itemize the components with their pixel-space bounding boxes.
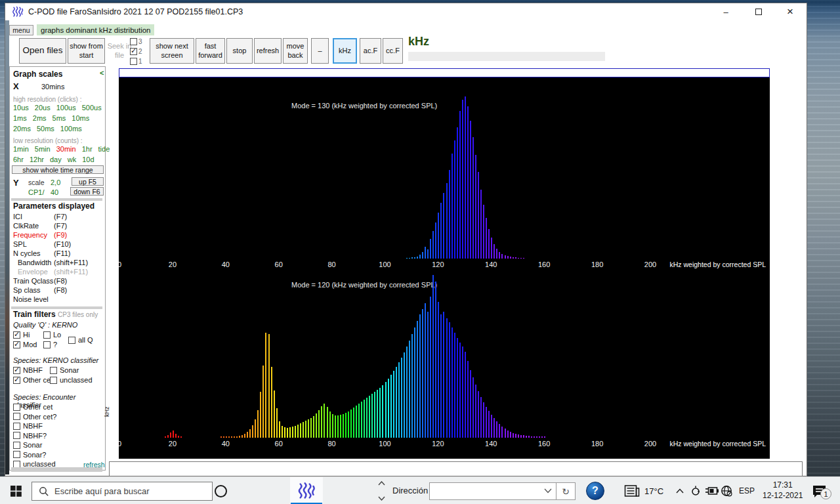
- minimize-trace-button[interactable]: –: [311, 38, 329, 64]
- scale-link[interactable]: wk: [68, 156, 76, 166]
- weather-temperature[interactable]: 17°C: [644, 477, 663, 504]
- cortana-icon[interactable]: [215, 485, 227, 497]
- toolbar-expand-chevrons[interactable]: [377, 481, 386, 501]
- scale-link[interactable]: 100us: [56, 104, 76, 114]
- quality-item[interactable]: all Q: [68, 336, 93, 344]
- quality-item[interactable]: Lo: [43, 331, 61, 339]
- kerno-checkbox[interactable]: [50, 367, 57, 374]
- quality-item[interactable]: Hi: [13, 331, 30, 339]
- screen-checkbox[interactable]: [130, 58, 137, 65]
- open-files-button[interactable]: Open files: [19, 38, 66, 64]
- scale-link[interactable]: 10d: [82, 156, 94, 166]
- parameter-row[interactable]: ClkRate(F7): [13, 222, 104, 231]
- scale-link[interactable]: 10ms: [72, 114, 89, 125]
- parameter-row[interactable]: Sp class(F8): [13, 286, 104, 295]
- scale-link[interactable]: 5min: [35, 145, 51, 156]
- encounter-item[interactable]: Sonar: [13, 440, 104, 450]
- scale-link[interactable]: 500us: [82, 104, 102, 114]
- encounter-item[interactable]: NBHF: [13, 421, 104, 430]
- taskbar-clock[interactable]: 17:31 12-12-2021: [763, 477, 803, 504]
- scale-link[interactable]: 100ms: [60, 125, 82, 135]
- scale-link[interactable]: tide: [98, 145, 110, 156]
- quality-checkbox[interactable]: [68, 337, 75, 344]
- scale-link[interactable]: 50ms: [37, 125, 54, 135]
- scale-link[interactable]: 1hr: [82, 145, 93, 156]
- scale-link[interactable]: 5ms: [52, 114, 66, 125]
- start-button[interactable]: [0, 477, 32, 504]
- kerno-item[interactable]: unclassed: [50, 376, 93, 384]
- maximize-button[interactable]: [744, 3, 774, 20]
- kerno-checkboxes[interactable]: NBHFSonarOther cetunclassed: [13, 366, 104, 386]
- encounter-checkbox[interactable]: [13, 432, 20, 439]
- screen-select-checkboxes[interactable]: 321: [130, 37, 150, 66]
- acf-button[interactable]: ac.F: [360, 38, 381, 64]
- kerno-item[interactable]: Other cet: [13, 376, 52, 384]
- khz-mode-button[interactable]: kHz: [333, 38, 357, 64]
- scale-link[interactable]: 6hr: [13, 156, 24, 166]
- scale-link[interactable]: 20us: [35, 104, 51, 114]
- encounter-checkbox[interactable]: [13, 404, 20, 411]
- scale-link[interactable]: 10us: [13, 104, 29, 114]
- screen-checkbox-row[interactable]: 3: [130, 37, 150, 46]
- scale-link[interactable]: 20ms: [13, 125, 31, 135]
- scale-link[interactable]: 1min: [13, 145, 29, 156]
- y-down-button[interactable]: down F6: [70, 187, 104, 196]
- kerno-checkbox[interactable]: [13, 377, 20, 384]
- encounter-checkbox[interactable]: [13, 423, 20, 430]
- screen-checkbox[interactable]: [130, 38, 137, 45]
- taskbar-cpod-app[interactable]: [290, 477, 323, 504]
- encounter-item[interactable]: Sonar?: [13, 450, 104, 459]
- collapse-sidebar-icon[interactable]: <: [100, 69, 104, 77]
- encounter-item[interactable]: Other cet?: [13, 412, 104, 421]
- encounter-checkbox[interactable]: [13, 413, 20, 420]
- low-res-scale-links[interactable]: 1min5min30min1hrtide6hr12hrdaywk10d: [13, 145, 110, 166]
- hidden-icons-chevron[interactable]: [676, 477, 684, 504]
- parameter-row[interactable]: Frequency(F9): [13, 231, 104, 240]
- kerno-item[interactable]: Sonar: [50, 366, 79, 374]
- parameter-row[interactable]: Bandwidth(shift+F11): [13, 259, 104, 268]
- parameter-row[interactable]: Noise level: [13, 295, 104, 304]
- kerno-item[interactable]: NBHF: [13, 366, 43, 374]
- address-go-button[interactable]: ↻: [556, 482, 576, 500]
- quality-checkbox[interactable]: [13, 341, 20, 348]
- encounter-checkbox[interactable]: [13, 442, 20, 449]
- search-input[interactable]: [54, 486, 212, 496]
- parameter-row[interactable]: SPL(F10): [13, 240, 104, 249]
- quality-item[interactable]: ?: [43, 341, 57, 348]
- move-back-button[interactable]: move back: [283, 38, 308, 64]
- network-tray-icon[interactable]: [721, 477, 732, 504]
- show-next-screen-button[interactable]: show next screen: [150, 38, 194, 64]
- kerno-checkbox[interactable]: [50, 377, 57, 384]
- parameter-row[interactable]: Train Qclass(F8): [13, 277, 104, 286]
- sync-tray-icon[interactable]: [690, 477, 701, 504]
- quality-checkbox[interactable]: [43, 341, 51, 348]
- encounter-checkbox[interactable]: [13, 461, 20, 468]
- help-app-icon[interactable]: ?: [586, 482, 604, 500]
- minimize-button[interactable]: –: [711, 3, 741, 20]
- screen-checkbox[interactable]: [130, 48, 137, 55]
- quality-checkboxes[interactable]: HiLoMod?all Q: [13, 331, 104, 350]
- encounter-checkboxes[interactable]: Other cetOther cet?NBHFNBHF?SonarSonar?u…: [13, 402, 104, 469]
- y-up-button[interactable]: up F5: [72, 177, 104, 186]
- parameter-row[interactable]: ICI(F7): [13, 213, 104, 222]
- encounter-item[interactable]: Other cet: [13, 402, 104, 411]
- encounter-checkbox[interactable]: [13, 451, 20, 458]
- sidebar-scrollbar[interactable]: [11, 467, 102, 472]
- scale-link[interactable]: day: [50, 156, 62, 166]
- scale-link[interactable]: 2ms: [33, 114, 47, 125]
- refresh-button[interactable]: refresh: [254, 38, 282, 64]
- screen-checkbox-row[interactable]: 1: [130, 56, 150, 66]
- power-tray-icon[interactable]: [705, 477, 719, 504]
- ccf-button[interactable]: cc.F: [383, 38, 403, 64]
- parameter-row[interactable]: N cycles(F11): [13, 249, 104, 259]
- kerno-checkbox[interactable]: [13, 367, 20, 374]
- hi-res-scale-links[interactable]: 10us20us100us500us1ms2ms5ms10ms20ms50ms1…: [13, 104, 102, 135]
- scale-link[interactable]: 1ms: [13, 114, 27, 125]
- show-whole-range-button[interactable]: show whole time range: [12, 165, 104, 174]
- quality-checkbox[interactable]: [13, 331, 20, 339]
- parameter-row[interactable]: Envelope(shift+F11): [13, 268, 104, 277]
- language-indicator[interactable]: ESP: [739, 477, 755, 504]
- encounter-item[interactable]: NBHF?: [13, 431, 104, 440]
- scale-link[interactable]: 30min: [56, 145, 76, 156]
- taskbar-search[interactable]: [32, 482, 213, 501]
